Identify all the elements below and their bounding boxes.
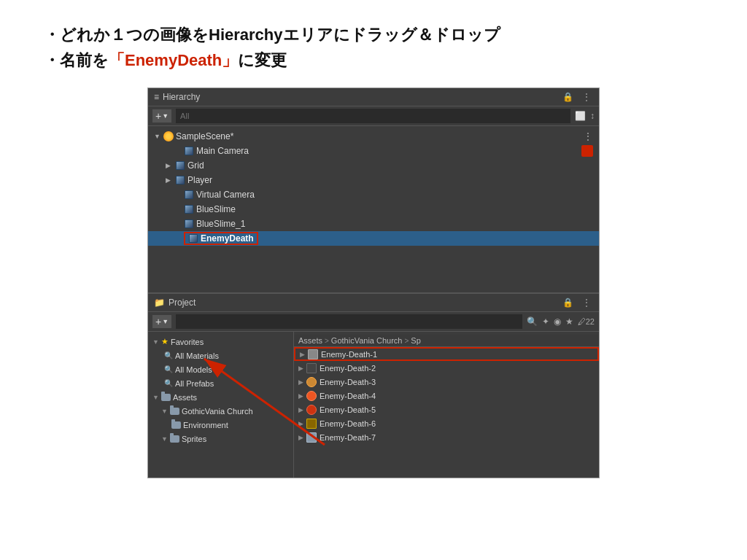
ui-container: ≡ Hierarchy 🔒 ⋮ +▼ ⬜ ↕ bbox=[147, 88, 600, 478]
project-enemy-death-7-row[interactable]: ▶ Enemy-Death-7 bbox=[294, 430, 599, 444]
project-assets-row[interactable]: ▼ Assets bbox=[148, 390, 293, 404]
project-enemy-death-6-row[interactable]: ▶ Enemy-Death-6 bbox=[294, 416, 599, 430]
blueslime1-expand bbox=[174, 220, 182, 228]
project-favorites-row[interactable]: ▼ ★ Favorites bbox=[148, 335, 293, 349]
scene-more-btn[interactable]: ⋮ bbox=[583, 131, 593, 142]
hierarchy-grid-row[interactable]: ▶ Grid bbox=[148, 158, 599, 173]
hierarchy-header: ≡ Hierarchy 🔒 ⋮ bbox=[148, 88, 599, 106]
project-all-models-row[interactable]: 🔍 All Models bbox=[148, 362, 293, 376]
all-materials-label: All Materials bbox=[175, 351, 219, 360]
enemy-death-7-expand: ▶ bbox=[298, 434, 303, 441]
environment-label: Environment bbox=[183, 421, 228, 429]
grid-expand: ▶ bbox=[166, 162, 173, 169]
main-camera-label: Main Camera bbox=[196, 146, 249, 156]
enemy-death-5-expand: ▶ bbox=[298, 406, 303, 413]
instructions: ・どれか１つの画像をHierarchyエリアにドラッグ＆ドロップ ・名前を「En… bbox=[44, 22, 703, 73]
project-header: 📁 Project 🔒 ⋮ bbox=[148, 294, 599, 312]
project-enemy-death-3-row[interactable]: ▶ Enemy-Death-3 bbox=[294, 375, 599, 389]
assets-label: Assets bbox=[173, 393, 197, 402]
hierarchy-search-input[interactable] bbox=[176, 109, 570, 123]
enemy-death-6-thumb bbox=[306, 419, 317, 429]
blueslime-expand bbox=[174, 206, 182, 213]
player-label: Player bbox=[187, 175, 212, 185]
project-toolbar: +▼ 🔍 ✦ ◉ ★ 🖊22 bbox=[148, 312, 599, 332]
project-count-btn: 🖊22 bbox=[578, 317, 595, 326]
player-icon bbox=[175, 175, 185, 185]
enemy-death-expand bbox=[174, 235, 182, 242]
hierarchy-list: ▼ SampleScene* ⋮ Main Camera bbox=[148, 126, 599, 292]
instruction-line-2: ・名前を「EnemyDeath」に変更 bbox=[44, 47, 703, 73]
blueslime-label: BlueSlime bbox=[196, 204, 236, 214]
path-assets: Assets bbox=[298, 336, 322, 345]
project-all-materials-row[interactable]: 🔍 All Materials bbox=[148, 349, 293, 362]
hierarchy-player-row[interactable]: ▶ Player bbox=[148, 173, 599, 187]
hierarchy-scene-row[interactable]: ▼ SampleScene* ⋮ bbox=[148, 129, 599, 144]
enemy-death-2-thumb bbox=[306, 363, 317, 373]
hierarchy-lock-btn[interactable]: 🔒 bbox=[560, 91, 576, 103]
gothicvania-folder-icon bbox=[170, 408, 179, 415]
project-panel: 📁 Project 🔒 ⋮ +▼ 🔍 ✦ ◉ ★ bbox=[148, 294, 599, 478]
project-search-btn[interactable]: 🔍 bbox=[527, 316, 538, 327]
grid-icon bbox=[175, 160, 185, 171]
project-gothicvania-row[interactable]: ▼ GothicVania Church bbox=[148, 404, 293, 418]
enemy-death-box: EnemyDeath bbox=[184, 232, 258, 245]
scene-icon bbox=[163, 131, 174, 141]
main-camera-icon bbox=[184, 146, 194, 156]
project-header-right: 🔒 ⋮ bbox=[560, 297, 593, 308]
favorites-star-icon: ★ bbox=[161, 337, 169, 346]
project-enemy-death-4-row[interactable]: ▶ Enemy-Death-4 bbox=[294, 389, 599, 402]
hierarchy-enemy-death-row[interactable]: EnemyDeath bbox=[148, 231, 599, 246]
project-title: 📁 Project bbox=[154, 298, 196, 308]
project-filter-btn[interactable]: ✦ bbox=[542, 316, 549, 327]
enemy-death-5-label: Enemy-Death-5 bbox=[320, 405, 376, 414]
blueslime1-icon bbox=[184, 219, 194, 229]
project-search-input[interactable] bbox=[176, 314, 522, 329]
hierarchy-toolbar: +▼ ⬜ ↕ bbox=[148, 106, 599, 126]
virtual-camera-expand bbox=[174, 191, 182, 198]
hierarchy-blueslime1-row[interactable]: BlueSlime_1 bbox=[148, 217, 599, 231]
project-environment-row[interactable]: Environment bbox=[148, 418, 293, 432]
project-content: ▼ ★ Favorites 🔍 All Materials 🔍 All Mode… bbox=[148, 332, 599, 478]
all-prefabs-label: All Prefabs bbox=[175, 379, 214, 388]
hierarchy-filter-btn[interactable]: ⬜ bbox=[575, 111, 586, 121]
hierarchy-main-camera-row[interactable]: Main Camera bbox=[148, 144, 599, 158]
grid-label: Grid bbox=[187, 160, 204, 171]
hierarchy-empty-space bbox=[148, 246, 599, 289]
project-enemy-death-5-row[interactable]: ▶ Enemy-Death-5 bbox=[294, 402, 599, 416]
hierarchy-more-btn[interactable]: ⋮ bbox=[580, 91, 593, 103]
path-gothicvania: GothicVania Church bbox=[331, 336, 403, 345]
scene-label: SampleScene* bbox=[176, 131, 233, 141]
hierarchy-virtual-camera-row[interactable]: Virtual Camera bbox=[148, 187, 599, 202]
enemy-death-1-label: Enemy-Death-1 bbox=[321, 350, 377, 359]
all-models-search-icon: 🔍 bbox=[164, 365, 173, 373]
project-enemy-death-2-row[interactable]: ▶ Enemy-Death-2 bbox=[294, 361, 599, 375]
gothicvania-label: GothicVania Church bbox=[182, 407, 253, 416]
project-all-prefabs-row[interactable]: 🔍 All Prefabs bbox=[148, 376, 293, 390]
project-eye-btn[interactable]: ◉ bbox=[554, 316, 561, 327]
scene-expand-arrow: ▼ bbox=[154, 133, 161, 140]
project-folder-icon: 📁 bbox=[154, 298, 165, 308]
project-star-btn[interactable]: ★ bbox=[565, 316, 573, 327]
project-lock-btn[interactable]: 🔒 bbox=[560, 297, 576, 308]
hierarchy-add-btn[interactable]: +▼ bbox=[152, 109, 171, 122]
path-sep-1: > bbox=[325, 337, 329, 345]
project-more-btn[interactable]: ⋮ bbox=[580, 297, 593, 308]
hierarchy-header-right: 🔒 ⋮ bbox=[560, 91, 593, 103]
sprites-folder-icon bbox=[170, 435, 179, 443]
blueslime1-label: BlueSlime_1 bbox=[196, 219, 245, 229]
project-add-btn[interactable]: +▼ bbox=[152, 315, 171, 328]
project-enemy-death-1-row[interactable]: ▶ Enemy-Death-1 bbox=[294, 347, 599, 361]
instruction-line-1: ・どれか１つの画像をHierarchyエリアにドラッグ＆ドロップ bbox=[44, 22, 703, 47]
hierarchy-blueslime-row[interactable]: BlueSlime bbox=[148, 202, 599, 217]
assets-folder-icon bbox=[161, 394, 171, 401]
virtual-camera-icon bbox=[184, 190, 194, 200]
enemy-death-1-thumb bbox=[308, 349, 318, 359]
enemy-death-1-expand: ▶ bbox=[300, 351, 305, 358]
hierarchy-panel: ≡ Hierarchy 🔒 ⋮ +▼ ⬜ ↕ bbox=[148, 88, 599, 294]
project-sprites-row[interactable]: ▼ Sprites bbox=[148, 432, 293, 446]
enemy-death-7-label: Enemy-Death-7 bbox=[320, 433, 376, 442]
favorites-label: Favorites bbox=[171, 338, 204, 346]
enemy-death-7-thumb bbox=[306, 432, 317, 443]
hierarchy-sort-btn[interactable]: ↕ bbox=[590, 111, 595, 121]
enemy-death-5-thumb bbox=[306, 405, 317, 415]
